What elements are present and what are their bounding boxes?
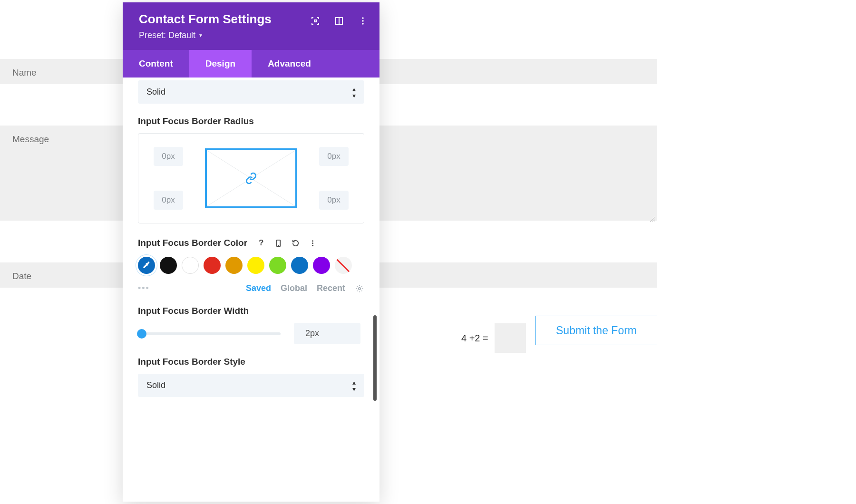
radius-br[interactable]: 0px	[319, 191, 349, 210]
svg-rect-0	[314, 20, 316, 22]
resize-handle-icon[interactable]	[650, 213, 655, 218]
select-arrow-icon: ▴▾	[352, 86, 356, 99]
message-placeholder: Message	[12, 134, 49, 145]
more-vertical-icon-small[interactable]	[305, 236, 320, 250]
radius-bl[interactable]: 0px	[154, 191, 183, 210]
swatch-purple[interactable]	[313, 257, 330, 274]
color-tab-recent[interactable]: Recent	[317, 283, 345, 293]
layout-icon[interactable]	[334, 16, 344, 26]
settings-modal: Contact Form Settings Preset: Default ▼ …	[123, 2, 379, 502]
swatch-black[interactable]	[160, 257, 177, 274]
svg-point-13	[359, 287, 361, 290]
radius-preview[interactable]	[205, 148, 297, 208]
label-tools: ?	[254, 236, 320, 250]
gear-icon[interactable]	[355, 284, 364, 293]
captcha-label: 4 +2 =	[461, 333, 488, 344]
color-swatches	[138, 257, 364, 274]
svg-point-10	[312, 240, 313, 242]
color-label-text: Input Focus Border Color	[138, 238, 247, 248]
modal-header: Contact Form Settings Preset: Default ▼ …	[123, 2, 379, 78]
preset-label: Preset: Default	[139, 30, 195, 40]
modal-tabs: Content Design Advanced	[123, 50, 379, 78]
color-label: Input Focus Border Color ?	[138, 236, 364, 250]
svg-point-5	[362, 23, 364, 25]
width-slider[interactable]	[138, 332, 281, 335]
email-address-input[interactable]: ddress	[333, 59, 657, 84]
color-tab-saved[interactable]: Saved	[246, 283, 271, 293]
submit-button[interactable]: Submit the Form	[535, 316, 657, 345]
scrollbar[interactable]	[373, 315, 377, 401]
more-horizontal-icon[interactable]: •••	[138, 283, 150, 293]
swatch-yellow[interactable]	[247, 257, 264, 274]
svg-point-11	[312, 242, 313, 243]
reset-icon[interactable]	[288, 236, 302, 250]
radius-tr[interactable]: 0px	[319, 147, 349, 166]
border-style-select[interactable]: Solid ▴▾	[138, 374, 364, 397]
svg-point-3	[362, 17, 364, 19]
color-tab-global[interactable]: Global	[281, 283, 307, 293]
modal-body: Solid ▴▾ Input Focus Border Radius 0px 0…	[123, 78, 379, 488]
svg-point-12	[312, 244, 313, 246]
svg-point-4	[362, 20, 364, 22]
border-style-select-top[interactable]: Solid ▴▾	[138, 80, 364, 104]
preset-selector[interactable]: Preset: Default ▼	[139, 30, 363, 40]
select-arrow-icon: ▴▾	[352, 379, 356, 392]
color-picker-swatch[interactable]	[138, 257, 155, 274]
swatch-white[interactable]	[182, 257, 199, 274]
chevron-down-icon: ▼	[198, 33, 203, 38]
mobile-icon[interactable]	[271, 236, 285, 250]
border-width-control: 2px	[138, 323, 364, 344]
swatch-none[interactable]	[335, 257, 352, 274]
width-label: Input Focus Border Width	[138, 306, 364, 316]
select-value: Solid	[146, 87, 165, 97]
style-label: Input Focus Border Style	[138, 357, 364, 367]
swatch-blue[interactable]	[291, 257, 308, 274]
slider-thumb[interactable]	[137, 329, 146, 339]
link-icon	[245, 172, 257, 184]
tab-design[interactable]: Design	[189, 50, 252, 78]
header-icons	[310, 16, 368, 26]
width-value[interactable]: 2px	[294, 323, 360, 344]
swatch-green[interactable]	[269, 257, 286, 274]
border-radius-control: 0px 0px 0px 0px	[138, 133, 364, 223]
more-vertical-icon[interactable]	[358, 16, 368, 26]
focus-icon[interactable]	[310, 16, 321, 26]
radius-label: Input Focus Border Radius	[138, 116, 364, 126]
select-value: Solid	[146, 380, 165, 390]
captcha-input[interactable]	[495, 323, 526, 353]
tab-advanced[interactable]: Advanced	[252, 50, 327, 78]
tab-content[interactable]: Content	[123, 50, 189, 78]
radius-tl[interactable]: 0px	[154, 147, 183, 166]
swatch-red[interactable]	[204, 257, 221, 274]
swatch-orange[interactable]	[225, 257, 243, 274]
help-icon[interactable]: ?	[254, 236, 268, 250]
color-tabs: ••• Saved Global Recent	[138, 283, 364, 293]
